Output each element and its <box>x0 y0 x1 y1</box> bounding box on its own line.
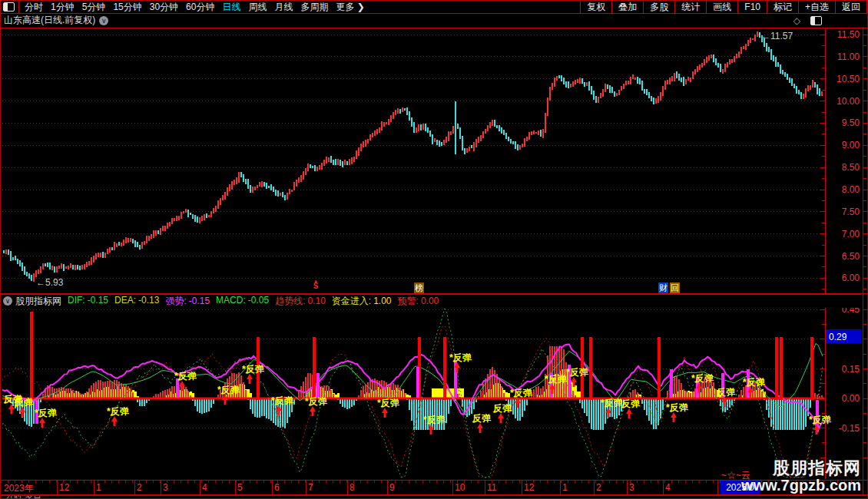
date-label: 6 <box>274 482 280 493</box>
buy-arrow-icon <box>111 416 118 426</box>
indicator-field: 强势:-0.15 <box>165 295 210 308</box>
date-label: 2 <box>137 482 142 493</box>
rebound-label: *反弹 <box>107 406 130 417</box>
period-button[interactable]: 60分钟 <box>182 1 218 14</box>
price-label: 10.50 <box>837 74 860 84</box>
period-button[interactable]: 周线 <box>244 1 270 14</box>
date-label: 10 <box>455 482 465 493</box>
diamond-icon[interactable]: ◇ <box>793 15 800 26</box>
event-badge[interactable]: 榜 <box>414 283 424 293</box>
indicator-field: MACD:-0.05 <box>216 295 269 308</box>
zero-line <box>2 398 824 400</box>
toolbar-button[interactable]: 画线 <box>706 1 737 13</box>
toolbar-right: 复权叠加多股统计画线F10标记+自选返回 <box>580 1 867 13</box>
toolbar-button[interactable]: 返回 <box>835 1 867 13</box>
date-divider <box>134 481 135 494</box>
date-divider <box>200 481 200 494</box>
alert-spike <box>589 337 592 400</box>
fund-bar <box>247 389 250 398</box>
price-label: 7.00 <box>842 229 860 240</box>
date-label: 7 <box>308 482 313 493</box>
split-window-icon[interactable] <box>3 2 15 12</box>
period-button[interactable]: 5分钟 <box>78 1 110 14</box>
date-label: 4 <box>202 482 207 493</box>
buy-arrow-icon <box>382 408 388 418</box>
period-button[interactable]: 日线 <box>218 1 244 14</box>
event-badge[interactable]: 回 <box>670 283 680 293</box>
date-divider <box>560 481 561 494</box>
indicator-field: 资金进入:1.00 <box>332 295 392 308</box>
watermark-name: 股朋指标网 <box>741 460 861 477</box>
toolbar-button[interactable]: +自选 <box>798 1 835 13</box>
alert-spike <box>780 337 783 400</box>
date-label: 4 <box>665 482 671 493</box>
date-label: 1 <box>562 482 568 493</box>
date-divider <box>663 481 664 494</box>
buy-arrow-icon <box>477 423 483 433</box>
rebound-label: *反弹 <box>666 402 689 413</box>
chevron-down-icon[interactable]: ∨ <box>99 16 108 25</box>
toolbar-button[interactable]: 统计 <box>674 1 706 13</box>
rebound-label: *反弹 <box>809 415 832 425</box>
period-button[interactable]: 30分钟 <box>146 1 182 14</box>
signal-bar <box>670 369 673 398</box>
current-value-tag: 0.29 <box>829 332 847 342</box>
period-button[interactable]: 分时 <box>21 1 47 14</box>
trend-line-red <box>2 326 823 478</box>
toolbar-button[interactable]: 叠加 <box>611 1 643 13</box>
indicator-name: 股朋指标网 <box>15 295 61 308</box>
buy-arrow-icon <box>247 374 253 384</box>
date-label: 2 <box>596 482 601 493</box>
toolbar-button[interactable]: 标记 <box>767 1 798 13</box>
rebound-label: 反弹 <box>716 387 736 398</box>
period-button[interactable]: 月线 <box>270 1 297 14</box>
period-button[interactable]: 更多 ❯ <box>332 1 368 14</box>
fund-bar <box>441 388 443 398</box>
fund-bar <box>434 388 436 398</box>
fund-bar <box>432 388 434 398</box>
signal-bar <box>416 367 419 398</box>
s-marker: ▲ S <box>311 279 320 289</box>
indicator-panel: 反弹反弹*反弹*反弹*反弹*反弹*反弹*反弹*反弹*反弹*反弹*反弹反弹反弹*反… <box>1 308 868 483</box>
toolbar-button[interactable]: 多股 <box>643 1 674 13</box>
mini-red-label: ~☆~云 <box>721 469 750 482</box>
rebound-label: *反弹 <box>510 388 533 398</box>
date-label: 9 <box>389 482 395 493</box>
alert-spike <box>30 312 33 400</box>
date-divider <box>306 481 306 494</box>
date-divider <box>161 481 161 494</box>
event-badge[interactable]: 财 <box>658 283 668 293</box>
indicator-axis-label: 0.15 <box>842 364 860 375</box>
rebound-label: *反弹 <box>242 364 265 375</box>
watermark-url: www.7gpzb.com <box>741 477 861 494</box>
indicator-field: 预警:0.00 <box>398 295 439 308</box>
fund-bar <box>436 388 439 398</box>
watermark: 股朋指标网 www.7gpzb.com <box>741 460 861 494</box>
toolbar-divider <box>18 2 19 13</box>
period-button[interactable]: 1分钟 <box>47 1 78 14</box>
price-label: 6.00 <box>842 273 860 283</box>
period-button[interactable]: 多周期 <box>297 1 332 14</box>
macd-indicator-chart: 反弹反弹*反弹*反弹*反弹*反弹*反弹*反弹*反弹*反弹*反弹*反弹反弹反弹*反… <box>1 308 868 480</box>
toolbar-button[interactable]: F10 <box>737 1 767 13</box>
date-label: 2023年 <box>4 482 34 495</box>
signal-bar <box>316 373 320 398</box>
rebound-label: 反弹 <box>621 398 641 409</box>
alert-spike <box>810 337 813 400</box>
rebound-label: *反弹 <box>217 385 240 395</box>
price-label: 11.00 <box>837 51 860 62</box>
date-divider <box>387 481 388 494</box>
chevron-down-icon[interactable]: ∨ <box>3 296 12 306</box>
date-divider <box>627 481 628 494</box>
titlebar: 山东高速(日线.前复权) ∨ ◇ <box>1 14 867 27</box>
rebound-label: *反弹 <box>271 395 294 406</box>
fund-bar <box>462 388 464 398</box>
price-label: 11.50 <box>837 29 860 40</box>
split-window-icon[interactable] <box>810 16 822 25</box>
trading-app-window: 分时1分钟5分钟15分钟30分钟60分钟日线周线月线多周期更多 ❯ 复权叠加多股… <box>0 0 868 499</box>
main-chart: 11.5011.0010.5010.009.509.008.508.007.50… <box>1 28 868 297</box>
date-label: 3 <box>629 482 634 493</box>
toolbar-button[interactable]: 复权 <box>580 1 611 13</box>
date-label: 5 <box>237 482 243 493</box>
period-button[interactable]: 15分钟 <box>109 1 145 14</box>
